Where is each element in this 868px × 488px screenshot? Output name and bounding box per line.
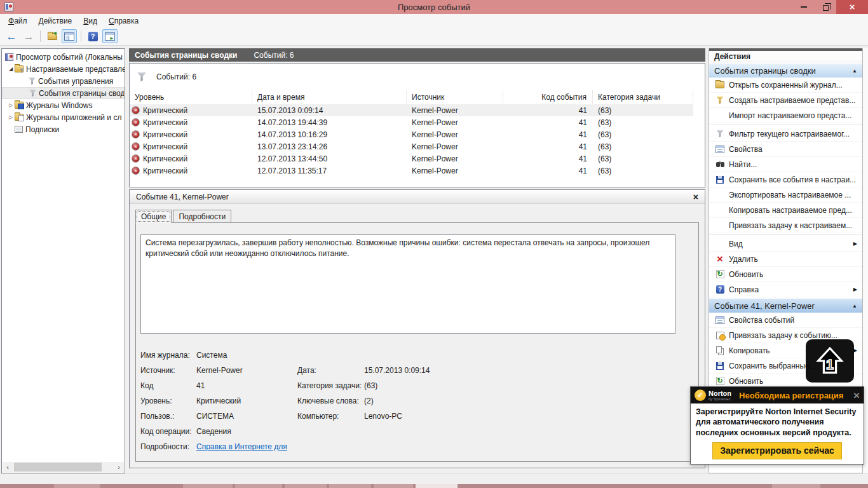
field-label-computer: Компьютер:: [297, 412, 364, 421]
action-label: Свойства событий: [729, 316, 794, 325]
back-button[interactable]: ←: [4, 29, 19, 43]
event-fields: Имя журнала: Система Источник: Kernel-Po…: [140, 348, 698, 454]
action-create-custom-view[interactable]: Создать настраиваемое представ...: [709, 93, 862, 108]
tree-item-windows-logs[interactable]: ▷ Журналы Windows: [2, 99, 125, 111]
tab-general[interactable]: Общие: [135, 210, 172, 223]
table-row[interactable]: Критический 14.07.2013 19:44:39 Kernel-P…: [130, 116, 693, 128]
menu-file[interactable]: Файл: [3, 15, 33, 27]
action-refresh[interactable]: Обновить: [709, 267, 862, 282]
action-event-properties[interactable]: Свойства событий: [709, 313, 862, 328]
tree-horizontal-scrollbar[interactable]: ‹ ›: [3, 462, 124, 472]
expander-expanded-icon[interactable]: ◢: [7, 66, 15, 72]
cell-event-id: 41: [503, 118, 593, 127]
field-value-opcode: Сведения: [196, 427, 297, 436]
tree-item-subscriptions[interactable]: Подписки: [2, 123, 125, 135]
menu-action[interactable]: Действие: [33, 15, 78, 27]
action-delete[interactable]: Удалить: [709, 252, 862, 267]
save-icon: [716, 362, 724, 370]
cell-event-id: 41: [503, 154, 593, 163]
expander-collapsed-icon[interactable]: ▷: [7, 114, 15, 120]
export-list-button[interactable]: [44, 29, 60, 43]
events-list: Событий: 6 Уровень Дата и время Источник…: [129, 63, 705, 187]
show-console-tree-button[interactable]: [62, 29, 77, 43]
preview-close-icon[interactable]: ×: [693, 192, 698, 202]
help-button[interactable]: [85, 29, 100, 43]
submenu-arrow-icon: ▶: [853, 241, 857, 247]
action-help-menu[interactable]: Справка ▶: [709, 282, 862, 297]
osd-digit: 1: [826, 356, 834, 372]
online-help-link[interactable]: Справка в Интернете для: [196, 442, 287, 451]
column-header-datetime[interactable]: Дата и время: [252, 90, 407, 104]
taskbar-button[interactable]: [285, 484, 327, 488]
tree-item-admin-events[interactable]: События управления: [2, 75, 125, 87]
cell-source: Kernel-Power: [407, 118, 503, 127]
table-row[interactable]: Критический 14.07.2013 10:16:29 Kernel-P…: [130, 128, 693, 140]
norton-brand-name: Norton: [709, 390, 731, 397]
show-action-pane-button[interactable]: [102, 29, 118, 43]
tree-item-custom-views[interactable]: ◢ Настраиваемые представле: [2, 63, 125, 75]
column-header-source[interactable]: Источник: [407, 90, 503, 104]
action-save-all-events[interactable]: Сохранить все события в настраи...: [709, 172, 862, 187]
properties-icon: [715, 316, 724, 324]
table-row[interactable]: Критический 13.07.2013 23:14:26 Kernel-P…: [130, 140, 693, 152]
action-attach-task-to-view[interactable]: Привязать задачу к настраиваем...: [709, 218, 862, 233]
back-arrow-icon: ←: [6, 31, 17, 42]
action-properties[interactable]: Свойства: [709, 142, 862, 157]
taskbar-button[interactable]: [235, 484, 282, 488]
action-filter-current-view[interactable]: Фильтр текущего настраиваемог...: [709, 126, 862, 142]
tree-item-summary-page-events[interactable]: События страницы свод: [2, 87, 125, 99]
table-row[interactable]: Критический 12.07.2013 13:44:50 Kernel-P…: [130, 152, 693, 165]
actions-section-event-41[interactable]: Событие 41, Kernel-Power ▲: [709, 299, 862, 313]
scroll-left-icon[interactable]: ‹: [3, 462, 13, 472]
taskbar-button[interactable]: [772, 484, 820, 488]
events-pane-title: События страницы сводки: [135, 51, 237, 60]
taskbar-button[interactable]: [374, 484, 413, 488]
action-import-custom-view[interactable]: Импорт настраиваемого предста...: [709, 108, 862, 123]
tree-item-app-logs[interactable]: ▷ Журналы приложений и сл: [2, 111, 125, 123]
scrollbar-thumb[interactable]: [14, 463, 102, 471]
taskbar-button-active[interactable]: [416, 484, 458, 488]
taskbar-button[interactable]: [329, 484, 371, 488]
norton-close-icon[interactable]: ×: [853, 390, 860, 401]
taskbar-button[interactable]: [54, 484, 100, 488]
cell-event-id: 41: [503, 142, 593, 151]
table-row[interactable]: Критический 12.07.2013 11:35:17 Kernel-P…: [130, 165, 693, 177]
action-find[interactable]: Найти...: [709, 157, 862, 172]
event-description[interactable]: Система перезагрузилась, завершив работу…: [140, 234, 675, 334]
preview-pane: Событие 41, Kernel-Power × Общие Подробн…: [129, 189, 705, 468]
expander-collapsed-icon[interactable]: ▷: [7, 102, 15, 108]
menu-help[interactable]: Справка: [103, 15, 144, 27]
action-export-custom-view[interactable]: Экспортировать настраиваемое ...: [709, 187, 862, 203]
table-row[interactable]: Критический 15.07.2013 0:09:14 Kernel-Po…: [130, 104, 693, 116]
restore-button[interactable]: [815, 0, 836, 14]
tab-details[interactable]: Подробности: [173, 210, 231, 223]
column-header-level[interactable]: Уровень: [130, 90, 252, 104]
window-title: Просмотр событий: [0, 3, 868, 12]
field-label-user: Пользов.:: [140, 412, 196, 421]
action-copy-custom-view[interactable]: Копировать настраиваемое пред...: [709, 203, 862, 218]
collapse-section-icon[interactable]: ▲: [852, 303, 857, 309]
menu-view[interactable]: Вид: [78, 15, 103, 27]
collapse-section-icon[interactable]: ▲: [852, 68, 857, 74]
tree-item-label: Просмотр событий (Локальны: [16, 53, 123, 62]
taskbar-button[interactable]: [183, 484, 233, 488]
action-label: Найти...: [729, 160, 757, 169]
norton-popup-message: Зарегистрируйте Norton Internet Security…: [691, 403, 864, 439]
norton-register-button[interactable]: Зарегистрировать сейчас: [712, 442, 842, 459]
help-icon: [88, 32, 98, 41]
forward-button[interactable]: →: [21, 29, 36, 43]
action-view-menu[interactable]: Вид ▶: [709, 236, 862, 252]
action-open-saved-log[interactable]: Открыть сохраненный журнал...: [709, 78, 862, 93]
minimize-button[interactable]: [793, 0, 815, 14]
close-button[interactable]: ×: [836, 0, 868, 14]
column-header-task-category[interactable]: Категория задачи: [593, 90, 693, 104]
column-header-event-id[interactable]: Код события: [503, 90, 593, 104]
cell-source: Kernel-Power: [407, 142, 503, 151]
field-value-source: Kernel-Power: [196, 366, 297, 375]
tree-item-label: Журналы Windows: [26, 101, 92, 110]
scroll-right-icon[interactable]: ›: [114, 462, 124, 472]
tree-item-event-viewer-root[interactable]: Просмотр событий (Локальны: [2, 51, 125, 63]
actions-section-summary-events[interactable]: События страницы сводки ▲: [709, 64, 862, 78]
field-label-keywords: Ключевые слова:: [297, 396, 364, 405]
cell-datetime: 14.07.2013 19:44:39: [252, 118, 407, 127]
